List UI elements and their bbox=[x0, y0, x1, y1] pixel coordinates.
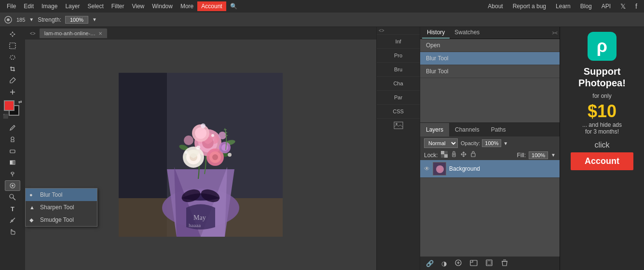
menu-account[interactable]: Account bbox=[197, 1, 226, 11]
ad-cta-button[interactable]: Account bbox=[571, 152, 633, 170]
menu-blog[interactable]: Blog bbox=[576, 1, 596, 11]
healing-tool[interactable] bbox=[5, 87, 20, 97]
side-cha[interactable]: Cha bbox=[377, 77, 420, 91]
menu-file[interactable]: File bbox=[3, 1, 20, 11]
svg-rect-56 bbox=[444, 151, 448, 154]
swap-colors-icon[interactable]: ⇄ bbox=[18, 99, 22, 104]
eyedropper-tool[interactable] bbox=[5, 75, 20, 86]
left-sidebar: ⇄ ⬛ T bbox=[0, 27, 25, 270]
strength-label: Strength: bbox=[38, 16, 61, 23]
layers-panel: Layers Channels Paths Normal Multiply Sc… bbox=[420, 122, 560, 270]
tab-channels[interactable]: Channels bbox=[449, 123, 485, 136]
tab-paths[interactable]: Paths bbox=[485, 123, 512, 136]
menu-more[interactable]: More bbox=[177, 1, 197, 11]
pen-tool[interactable] bbox=[5, 215, 20, 226]
ctx-blur-label: Blur Tool bbox=[40, 191, 62, 198]
lock-checkers-icon[interactable] bbox=[441, 151, 448, 159]
blend-mode-select[interactable]: Normal Multiply Screen Overlay bbox=[424, 138, 458, 148]
opacity-arrow[interactable]: ▼ bbox=[503, 141, 508, 146]
brush-size-arrow[interactable]: ▼ bbox=[29, 17, 34, 22]
menu-window[interactable]: Window bbox=[148, 1, 177, 11]
history-item-blur2[interactable]: Blur Tool bbox=[420, 65, 560, 78]
canvas-tab[interactable]: lam-mo-anh-online-… ✕ bbox=[40, 28, 107, 38]
svg-point-11 bbox=[12, 185, 14, 187]
ctx-smudge-tool[interactable]: ◆ Smudge Tool bbox=[26, 214, 97, 226]
opacity-value[interactable]: 100% bbox=[482, 139, 501, 147]
lock-move-icon[interactable] bbox=[460, 151, 467, 159]
canvas-area: <> lam-mo-anh-online-… ✕ bbox=[25, 27, 376, 270]
lock-position-icon[interactable] bbox=[451, 151, 457, 159]
twitter-icon[interactable]: 𝕏 bbox=[617, 1, 630, 12]
svg-point-5 bbox=[11, 137, 14, 140]
menu-about[interactable]: About bbox=[484, 1, 507, 11]
new-group-btn[interactable] bbox=[468, 258, 480, 269]
foreground-color[interactable] bbox=[4, 100, 14, 111]
stamp-tool[interactable] bbox=[5, 134, 20, 145]
lock-all-icon[interactable] bbox=[470, 151, 477, 159]
facebook-icon[interactable]: f bbox=[631, 1, 641, 12]
menu-select[interactable]: Select bbox=[83, 1, 107, 11]
new-fill-btn[interactable] bbox=[452, 258, 464, 269]
side-css[interactable]: CSS bbox=[377, 105, 420, 119]
add-effect-btn[interactable]: ◑ bbox=[439, 259, 449, 268]
text-tool[interactable]: T bbox=[5, 203, 20, 214]
menu-layer[interactable]: Layer bbox=[61, 1, 83, 11]
eraser-tool[interactable] bbox=[5, 146, 20, 156]
link-layers-btn[interactable]: 🔗 bbox=[424, 259, 436, 268]
tab-layers[interactable]: Layers bbox=[420, 123, 449, 136]
hand-tool[interactable] bbox=[5, 227, 20, 237]
svg-line-13 bbox=[13, 198, 15, 200]
menu-view[interactable]: View bbox=[128, 1, 148, 11]
layer-item-background[interactable]: 👁 Background bbox=[420, 160, 560, 178]
layer-visibility-toggle[interactable]: 👁 bbox=[424, 165, 430, 172]
history-item-blur1[interactable]: Blur Tool bbox=[420, 52, 560, 65]
far-right-panel: <> Inf Pro Bru Cha Par CSS bbox=[376, 27, 420, 270]
panel-expand-left[interactable]: <> bbox=[379, 28, 384, 33]
blur-smudge-tool[interactable] bbox=[5, 180, 20, 191]
search-icon[interactable]: 🔍 bbox=[226, 1, 241, 11]
canvas-wrapper[interactable]: May haaaa bbox=[25, 40, 376, 270]
canvas-tab-close[interactable]: ✕ bbox=[98, 31, 102, 36]
menu-filter[interactable]: Filter bbox=[108, 1, 128, 11]
svg-point-45 bbox=[196, 146, 200, 149]
main-layout: ⇄ ⬛ T bbox=[0, 27, 644, 270]
rectangle-select-tool[interactable] bbox=[5, 40, 20, 51]
move-tool[interactable] bbox=[5, 29, 20, 40]
menu-report-bug[interactable]: Report a bug bbox=[509, 1, 550, 11]
menu-learn[interactable]: Learn bbox=[552, 1, 575, 11]
delete-layer-btn[interactable] bbox=[499, 258, 510, 269]
menu-image[interactable]: Image bbox=[38, 1, 61, 11]
strength-arrow[interactable]: ▼ bbox=[92, 17, 97, 22]
menu-api[interactable]: API bbox=[598, 1, 615, 11]
side-par[interactable]: Par bbox=[377, 91, 420, 105]
strength-value[interactable]: 100% bbox=[65, 16, 88, 24]
svg-rect-55 bbox=[444, 154, 448, 158]
dodge-tool[interactable] bbox=[5, 169, 20, 179]
lock-label: Lock: bbox=[424, 152, 438, 159]
ctx-sharpen-tool[interactable]: ▲ Sharpen Tool bbox=[26, 201, 97, 214]
svg-rect-3 bbox=[10, 43, 15, 49]
reset-colors-icon[interactable]: ⬛ bbox=[3, 114, 8, 119]
expand-left-btn[interactable]: <> bbox=[27, 30, 39, 37]
history-item-open[interactable]: Open bbox=[420, 39, 560, 52]
menu-edit[interactable]: Edit bbox=[20, 1, 38, 11]
gradient-tool[interactable] bbox=[5, 157, 20, 168]
side-bru[interactable]: Bru bbox=[377, 63, 420, 77]
crop-tool[interactable] bbox=[5, 64, 20, 74]
brush-tool[interactable] bbox=[5, 122, 20, 133]
ctx-blur-tool[interactable]: ● Blur Tool bbox=[26, 189, 97, 201]
opacity-label: Opacity: bbox=[461, 140, 480, 146]
layers-empty-space bbox=[420, 189, 560, 256]
fill-arrow[interactable]: ▼ bbox=[551, 152, 556, 158]
lasso-tool[interactable] bbox=[5, 52, 20, 63]
fill-value[interactable]: 100% bbox=[529, 151, 548, 159]
layers-tabs: Layers Channels Paths bbox=[420, 123, 560, 136]
tab-history[interactable]: History bbox=[422, 27, 450, 39]
side-pro[interactable]: Pro bbox=[377, 49, 420, 63]
zoom-tool[interactable] bbox=[5, 192, 20, 202]
menu-right: About Report a bug Learn Blog API 𝕏 f bbox=[484, 1, 641, 12]
new-layer-btn[interactable] bbox=[483, 258, 495, 269]
side-inf[interactable]: Inf bbox=[377, 35, 420, 49]
panel-expand-right[interactable]: >< bbox=[552, 30, 558, 36]
tab-swatches[interactable]: Swatches bbox=[450, 27, 484, 39]
